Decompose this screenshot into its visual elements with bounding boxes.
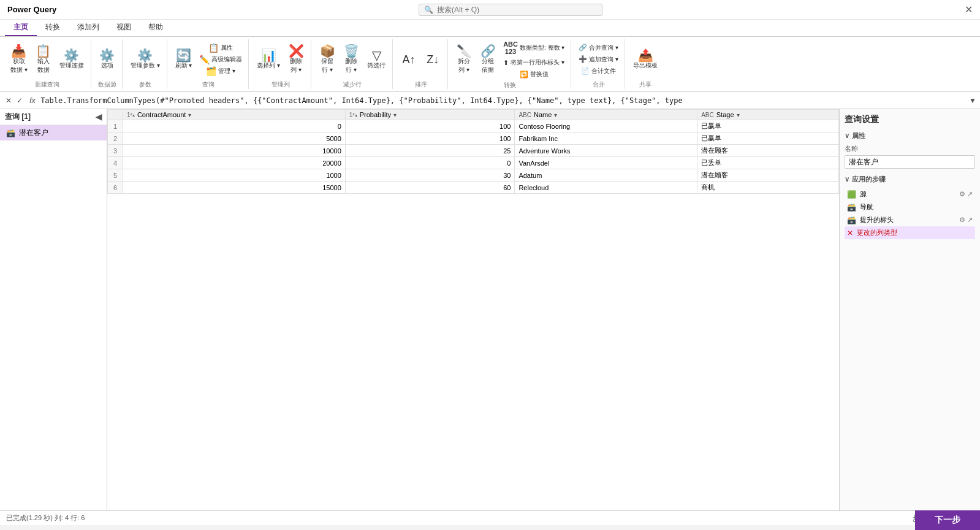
table-row[interactable]: 4 20000 0 VanArsdel 已丢单 bbox=[108, 157, 839, 169]
properties-button[interactable]: 📋 属性 bbox=[197, 42, 245, 53]
cell-probability: 100 bbox=[345, 132, 515, 145]
fx-label: fx bbox=[29, 96, 36, 105]
filter-rows-icon: ▽ bbox=[372, 49, 381, 61]
cell-contract: 10000 bbox=[123, 145, 346, 157]
group-by-button[interactable]: 🔗 分组依据 bbox=[477, 43, 499, 76]
manage-button[interactable]: 🗂️ 管理 ▾ bbox=[197, 66, 245, 77]
filter-rows-button[interactable]: ▽ 筛选行 bbox=[364, 47, 389, 72]
export-template-icon: 📤 bbox=[638, 49, 653, 61]
table-row[interactable]: 2 5000 100 Fabrikam Inc 已赢单 bbox=[108, 132, 839, 145]
replace-values-button[interactable]: 🔁 替换值 bbox=[501, 69, 567, 80]
step-item[interactable]: 🟩 源 ⚙↗ bbox=[845, 188, 975, 201]
search-input[interactable] bbox=[437, 6, 596, 14]
table-row[interactable]: 3 10000 25 Adventure Works 潜在顾客 bbox=[108, 145, 839, 157]
ribbon-group-share: 📤 导出模板 共享 bbox=[626, 39, 664, 89]
cell-name: Adventure Works bbox=[515, 145, 697, 157]
close-button[interactable]: ✕ bbox=[965, 4, 973, 15]
formula-cancel-button[interactable]: ✕ bbox=[4, 96, 13, 105]
advanced-editor-button[interactable]: ✏️ 高级编辑器 bbox=[197, 54, 245, 65]
select-columns-icon: 📊 bbox=[261, 49, 276, 61]
tab-view[interactable]: 视图 bbox=[108, 20, 140, 36]
left-panel-header: 查询 [1] ◀ bbox=[0, 109, 107, 125]
sort-asc-button[interactable]: A↑ bbox=[398, 52, 420, 67]
ribbon-group-sort: A↑ Z↓ 排序 bbox=[394, 39, 448, 89]
sort-asc-icon: A↑ bbox=[403, 54, 416, 65]
col-header-contract-amount[interactable]: 1²₃ ContractAmount ▾ bbox=[123, 110, 346, 120]
steps-section-title[interactable]: ∨ 应用的步骤 bbox=[845, 175, 975, 184]
steps-list: 🟩 源 ⚙↗ 🗃️ 导航 🗃️ 提升的标头 ⚙↗ ✕ 更改的列类型 bbox=[845, 188, 975, 239]
tab-help[interactable]: 帮助 bbox=[140, 20, 172, 36]
step-label: 提升的标头 bbox=[860, 215, 894, 225]
col-header-probability[interactable]: 1²₃ Probability ▾ bbox=[345, 110, 515, 120]
cell-probability: 0 bbox=[345, 157, 515, 169]
tab-add-column[interactable]: 添加列 bbox=[69, 20, 108, 36]
right-panel-title: 查询设置 bbox=[845, 114, 975, 125]
cell-probability: 25 bbox=[345, 145, 515, 157]
group-sort-label: 排序 bbox=[415, 80, 427, 89]
formula-expand-button[interactable]: ▼ bbox=[969, 96, 976, 105]
step-item[interactable]: 🗃️ 提升的标头 ⚙↗ bbox=[845, 213, 975, 226]
step-icon: 🗃️ bbox=[847, 216, 856, 225]
formula-input[interactable] bbox=[40, 96, 967, 105]
tab-home[interactable]: 主页 bbox=[5, 20, 37, 36]
split-col-button[interactable]: 🔪 拆分列 ▾ bbox=[453, 43, 475, 76]
ribbon-group-params: ⚙️ 管理参数 ▾ 参数 bbox=[124, 39, 167, 89]
step-nav-btn[interactable]: ↗ bbox=[967, 190, 973, 198]
tab-transform[interactable]: 转换 bbox=[37, 20, 69, 36]
delete-rows-button[interactable]: 🗑️ 删除行 ▾ bbox=[340, 43, 362, 76]
step-item[interactable]: 🗃️ 导航 bbox=[845, 201, 975, 213]
step-label: 导航 bbox=[860, 202, 873, 212]
properties-icon: 📋 bbox=[208, 44, 219, 52]
title-bar: Power Query 🔍 ✕ bbox=[0, 0, 980, 20]
select-columns-button[interactable]: 📊 选择列 ▾ bbox=[254, 47, 283, 72]
right-panel: 查询设置 ∨ 属性 名称 ∨ 应用的步骤 🟩 源 ⚙↗ 🗃️ 导航 🗃️ 提升的… bbox=[839, 109, 980, 510]
cell-stage: 已赢单 bbox=[697, 132, 839, 145]
manage-connection-button[interactable]: ⚙️ 管理连接 bbox=[56, 47, 87, 72]
cell-stage: 已丢单 bbox=[697, 157, 839, 169]
merge-query-button[interactable]: 🔗 合并查询 ▾ bbox=[576, 42, 621, 53]
export-template-button[interactable]: 📤 导出模板 bbox=[630, 47, 661, 72]
cell-contract: 0 bbox=[123, 120, 346, 132]
table-row[interactable]: 6 15000 60 Relecloud 商机 bbox=[108, 182, 839, 194]
options-button[interactable]: ⚙️ 选项 bbox=[96, 47, 118, 72]
step-icon: ✕ bbox=[847, 229, 853, 237]
step-item[interactable]: ✕ 更改的列类型 bbox=[845, 226, 975, 239]
search-box[interactable]: 🔍 bbox=[419, 4, 602, 16]
split-col-icon: 🔪 bbox=[457, 45, 472, 57]
data-table: 1²₃ ContractAmount ▾ 1²₃ Probability ▾ bbox=[107, 109, 839, 194]
query-name-input[interactable] bbox=[845, 155, 975, 169]
merge-query-icon: 🔗 bbox=[579, 44, 587, 52]
filter-prob-btn[interactable]: ▾ bbox=[393, 112, 397, 118]
left-panel-collapse[interactable]: ◀ bbox=[96, 112, 102, 121]
input-data-button[interactable]: 📋 输入数据 bbox=[32, 43, 55, 76]
keep-rows-button[interactable]: 📦 保留行 ▾ bbox=[316, 43, 338, 76]
step-settings-btn[interactable]: ⚙ bbox=[959, 216, 965, 224]
append-query-button[interactable]: ➕ 追加查询 ▾ bbox=[576, 54, 621, 65]
refresh-button[interactable]: 🔄 刷新 ▾ bbox=[172, 47, 196, 72]
next-button[interactable]: 下一步 bbox=[915, 510, 980, 530]
filter-contract-btn[interactable]: ▾ bbox=[188, 112, 191, 118]
cell-stage: 商机 bbox=[697, 182, 839, 194]
data-type-button[interactable]: ABC123 数据类型: 整数 ▾ bbox=[501, 39, 567, 56]
data-area[interactable]: 1²₃ ContractAmount ▾ 1²₃ Probability ▾ bbox=[107, 109, 839, 510]
table-row[interactable]: 5 1000 30 Adatum 潜在顾客 bbox=[108, 169, 839, 182]
formula-confirm-button[interactable]: ✓ bbox=[15, 96, 25, 105]
cell-probability: 100 bbox=[345, 120, 515, 132]
properties-section-title[interactable]: ∨ 属性 bbox=[845, 131, 975, 140]
get-data-button[interactable]: 📥 获取数据 ▾ bbox=[7, 43, 31, 76]
filter-name-btn[interactable]: ▾ bbox=[554, 112, 557, 118]
keep-rows-icon: 📦 bbox=[320, 45, 335, 57]
step-nav-btn[interactable]: ↗ bbox=[967, 216, 973, 224]
filter-stage-btn[interactable]: ▾ bbox=[737, 112, 740, 118]
first-row-header-button[interactable]: ⬆ 将第一行用作标头 ▾ bbox=[501, 57, 567, 68]
step-settings-btn[interactable]: ⚙ bbox=[959, 190, 965, 198]
col-header-name[interactable]: ABC Name ▾ bbox=[515, 110, 697, 120]
sort-desc-button[interactable]: Z↓ bbox=[422, 52, 444, 67]
cell-name: Fabrikam Inc bbox=[515, 132, 697, 145]
delete-columns-button[interactable]: ❌ 删除列 ▾ bbox=[285, 43, 307, 76]
col-header-stage[interactable]: ABC Stage ▾ bbox=[697, 110, 839, 120]
query-item-potential-customers[interactable]: 🗃️ 潜在客户 bbox=[0, 125, 107, 140]
table-row[interactable]: 1 0 100 Contoso Flooring 已赢单 bbox=[108, 120, 839, 132]
combine-files-button[interactable]: 📄 合计文件 bbox=[576, 66, 621, 77]
manage-params-button[interactable]: ⚙️ 管理参数 ▾ bbox=[127, 47, 163, 72]
